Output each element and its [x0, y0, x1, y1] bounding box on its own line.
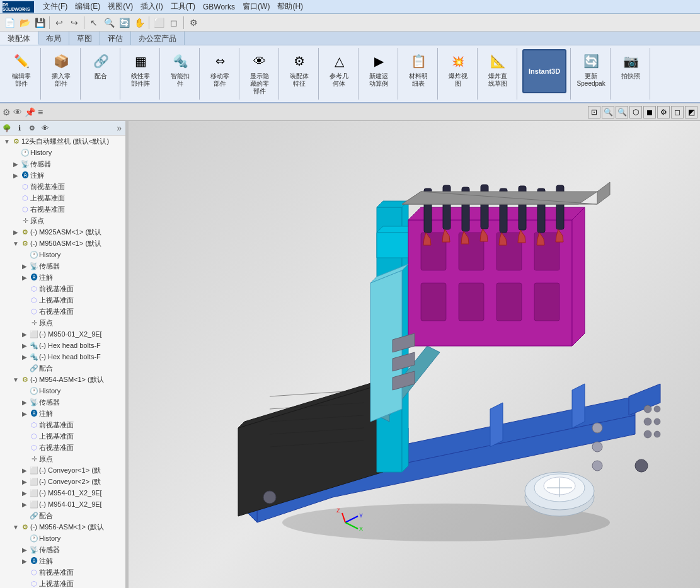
list-item[interactable]: ▶ ⬜ (-) M954-01_X2_9E[: [0, 499, 125, 510]
options-button[interactable]: ⚙: [186, 16, 200, 30]
instant3d-btn[interactable]: Instant3D: [522, 49, 566, 93]
expand-btn[interactable]: [20, 420, 29, 429]
expand-btn[interactable]: ▶: [20, 341, 29, 350]
config-icon-btn[interactable]: ⚙: [26, 122, 38, 134]
expand-btn[interactable]: ▶: [11, 228, 20, 236]
list-item[interactable]: ⬡ 前视基准面: [0, 283, 125, 294]
zoom-button[interactable]: 🔍: [102, 16, 116, 30]
list-item[interactable]: ▶ 🅐 注解: [0, 555, 125, 567]
list-item[interactable]: ⬡ 上视基准面: [0, 430, 125, 442]
list-item[interactable]: ▶ ⬜ (-) M950-01_X2_9E[: [0, 328, 125, 340]
list-item[interactable]: ▼ ⚙ (-) M956-ASM<1> (默认: [0, 521, 125, 533]
list-item[interactable]: ▶ 📡 传感器: [0, 544, 125, 555]
expand-btn[interactable]: [11, 182, 20, 191]
update-speedpak-btn[interactable]: 🔄 更新 Speedpak: [576, 49, 606, 89]
snapshot-btn[interactable]: 📷 拍快照: [616, 49, 646, 82]
expand-btn[interactable]: [20, 250, 29, 259]
tab-office[interactable]: 办公室产品: [131, 32, 185, 45]
expand-btn[interactable]: ▼: [11, 375, 20, 384]
expand-btn[interactable]: [20, 432, 29, 441]
list-item[interactable]: ▶ 🅐 注解: [0, 272, 125, 283]
show-hide-btn[interactable]: 👁 显示隐 藏的零 部件: [244, 49, 275, 97]
list-item[interactable]: ✛ 原点: [0, 453, 125, 464]
expand-btn[interactable]: [20, 511, 29, 520]
expand-btn[interactable]: [11, 193, 20, 202]
menu-help[interactable]: 帮助(H): [273, 0, 307, 13]
expand-btn[interactable]: [11, 216, 20, 225]
tree-icon-btn[interactable]: 🌳: [1, 122, 13, 134]
zoom-out-btn[interactable]: 🔍: [616, 106, 628, 118]
save-button[interactable]: 💾: [33, 16, 47, 30]
list-item[interactable]: ▶ 🔩 (-) Hex head bolts-F: [0, 351, 125, 362]
list-item[interactable]: ⬡ 右视基准面: [0, 442, 125, 453]
expand-btn[interactable]: [20, 284, 29, 293]
open-button[interactable]: 📂: [18, 16, 32, 30]
linear-pattern-btn[interactable]: ▦ 线性零 部件阵: [125, 49, 156, 89]
tab-layout[interactable]: 布局: [38, 32, 69, 45]
select-button[interactable]: ↖: [87, 16, 101, 30]
list-item[interactable]: ⬡ 上视基准面: [0, 192, 125, 204]
list-item[interactable]: ✛ 原点: [0, 215, 125, 226]
view-front[interactable]: ⬜: [152, 16, 166, 30]
list-item[interactable]: ▶ 🅐 注解: [0, 408, 125, 419]
list-item[interactable]: ▶ 📡 传感器: [0, 260, 125, 272]
list-item[interactable]: ▼ ⚙ (-) M954-ASM<1> (默认: [0, 374, 125, 385]
collapse-sidebar-btn[interactable]: »: [114, 123, 124, 133]
expand-btn[interactable]: [20, 307, 29, 316]
expand-btn[interactable]: [20, 318, 29, 327]
explode-btn[interactable]: 💥 爆炸视 图: [443, 49, 473, 89]
expand-btn[interactable]: [20, 386, 29, 395]
new-button[interactable]: 📄: [3, 16, 16, 30]
tab-evaluate[interactable]: 评估: [100, 32, 131, 45]
menu-window[interactable]: 窗口(W): [239, 0, 273, 13]
move-component-btn[interactable]: ⇔ 移动零 部件: [205, 49, 235, 89]
list-item[interactable]: 🕐 History: [0, 147, 125, 158]
tab-sketch[interactable]: 草图: [69, 32, 100, 45]
expand-btn[interactable]: ▼: [11, 522, 20, 531]
expand-btn[interactable]: ▼: [11, 239, 20, 248]
ref-geo-btn[interactable]: △ 参考几 何体: [324, 49, 354, 89]
root-expand[interactable]: ▼: [3, 137, 11, 146]
property-icon-btn[interactable]: ℹ: [14, 122, 25, 134]
expand-btn[interactable]: ▶: [11, 159, 20, 168]
shaded-btn[interactable]: ◼: [643, 106, 656, 118]
expand-btn[interactable]: ▶: [20, 556, 29, 565]
expand-btn[interactable]: [20, 579, 29, 588]
edit-component-btn[interactable]: ✏️ 编辑零 部件: [6, 49, 37, 89]
menu-view[interactable]: 视图(V): [104, 0, 137, 13]
list-item[interactable]: 🕐 History: [0, 533, 125, 544]
expand-btn[interactable]: ▶: [20, 466, 29, 475]
pan-button[interactable]: ✋: [132, 16, 146, 30]
expand-btn[interactable]: [20, 443, 29, 452]
list-item[interactable]: ⬡ 前视基准面: [0, 181, 125, 192]
list-item[interactable]: ▶ ⬜ (-) Conveyor<2> (默: [0, 476, 125, 487]
menu-insert[interactable]: 插入(I): [137, 0, 166, 13]
3d-viewport[interactable]: Y X Z: [129, 121, 700, 588]
expand-btn[interactable]: ▶: [20, 330, 29, 338]
tree-root[interactable]: ▼ ⚙ 12头自动螺丝机 (默认<默认): [0, 135, 125, 147]
expand-btn[interactable]: ▶: [20, 273, 29, 282]
new-motion-btn[interactable]: ▶ 新建运 动算例: [364, 49, 394, 89]
bom-btn[interactable]: 📋 材料明 细表: [403, 49, 433, 89]
expand-btn[interactable]: ▶: [11, 171, 20, 180]
zoom-to-fit-btn[interactable]: ⊡: [588, 106, 600, 118]
asm-feature-btn[interactable]: ⚙ 装配体 特征: [284, 49, 314, 89]
menu-tools[interactable]: 工具(T): [167, 0, 199, 13]
list-item[interactable]: 🕐 History: [0, 249, 125, 260]
list-item[interactable]: 🕐 History: [0, 385, 125, 396]
expand-btn[interactable]: ▶: [20, 398, 29, 406]
list-item[interactable]: ✛ 原点: [0, 317, 125, 328]
tab-assembly[interactable]: 装配体: [0, 32, 38, 45]
zoom-in-btn[interactable]: 🔍: [602, 106, 614, 118]
rotate-button[interactable]: 🔄: [117, 16, 131, 30]
expand-btn[interactable]: ▶: [20, 409, 29, 418]
expand-btn[interactable]: ▶: [20, 477, 29, 486]
expand-btn[interactable]: [20, 534, 29, 543]
list-item[interactable]: ▶ ⚙ (-) M925ASM<1> (默认: [0, 226, 125, 238]
list-item[interactable]: ⬡ 上视基准面: [0, 294, 125, 306]
list-item[interactable]: ▶ 📡 传感器: [0, 158, 125, 170]
undo-button[interactable]: ↩: [52, 16, 66, 30]
expand-btn[interactable]: ▶: [20, 262, 29, 270]
expand-btn[interactable]: ▶: [20, 545, 29, 554]
redo-button[interactable]: ↪: [67, 16, 81, 30]
